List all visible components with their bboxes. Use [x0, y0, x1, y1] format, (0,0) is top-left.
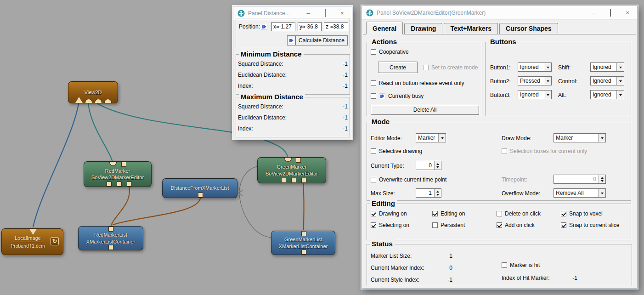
button2-dropdown[interactable]: Pressed: [518, 76, 552, 85]
cooperative-checkbox[interactable]: Cooperative: [371, 49, 409, 55]
node-greenmarker[interactable]: GreenMarkerSoView2DMarkerEditor: [257, 157, 326, 183]
overwrite-timepoint-checkbox[interactable]: Overwrite current time point: [371, 176, 446, 183]
index-of-hit-marker-value: -1: [564, 275, 577, 281]
window-title: Panel SoView2DMarkerEditor(GreenMarker): [377, 10, 583, 16]
current-style-index-value: -1: [436, 277, 452, 283]
current-type-spinbox[interactable]: 0: [416, 161, 441, 170]
base-connector[interactable]: [291, 178, 296, 183]
delete-on-click-checkbox[interactable]: Delete on click: [497, 210, 561, 217]
chevron-down-icon: [544, 77, 551, 85]
node-view2d[interactable]: View2D: [68, 81, 118, 103]
tab-text-markers[interactable]: Text+Markers: [444, 23, 498, 34]
image-output-connector[interactable]: [29, 229, 37, 235]
shift-label: Shift:: [558, 64, 571, 71]
minimize-button[interactable]: –: [587, 6, 600, 19]
base-connector[interactable]: [107, 182, 112, 187]
timepoint-spinbox[interactable]: 0: [554, 175, 606, 184]
delete-all-button[interactable]: Delete All: [371, 105, 479, 115]
calculate-distance-button[interactable]: Calculate Distance: [295, 35, 348, 45]
row-label: Squared Distance:: [238, 61, 283, 67]
node-redmarkerlist[interactable]: RedMarkerListXMarkerListContainer: [78, 226, 143, 250]
maximize-button[interactable]: [604, 6, 617, 19]
chevron-down-icon: [544, 63, 551, 71]
inventor-output-connector[interactable]: [284, 158, 292, 162]
tab-cursor-shapes[interactable]: Cursor Shapes: [499, 23, 558, 34]
drawing-on-checkbox[interactable]: Drawing on: [371, 210, 432, 217]
draw-mode-dropdown[interactable]: Marker: [554, 133, 606, 142]
chevron-down-icon: [616, 77, 624, 85]
distance-panel-window: Panel Distance... – × Position: x≈-1.27 …: [233, 6, 352, 139]
base-connector[interactable]: [198, 193, 203, 198]
inventor-input-connector[interactable]: [104, 99, 112, 103]
base-connector[interactable]: [296, 158, 301, 163]
reload-icon[interactable]: ↻: [51, 237, 59, 245]
current-style-index-label: Current Style Index:: [371, 277, 419, 283]
current-marker-index-label: Current Marker Index:: [371, 265, 424, 271]
node-label: RedMarkerSoView2DMarkerEditor: [91, 168, 144, 181]
status-group: Status Marker List Size: 1 Current Marke…: [367, 244, 632, 286]
control-dropdown[interactable]: Ignored: [590, 76, 624, 85]
base-connector[interactable]: [108, 245, 113, 250]
inventor-input-connector[interactable]: [95, 99, 102, 103]
create-button[interactable]: Create: [378, 62, 418, 73]
add-on-click-checkbox[interactable]: Add on click: [497, 222, 561, 228]
base-connector[interactable]: [108, 227, 113, 232]
mevislab-logo-icon: [237, 10, 245, 17]
node-greenmarkerlist[interactable]: GreenMarkerListXMarkerListContainer: [271, 231, 335, 255]
node-label: View2D: [85, 89, 102, 96]
set-to-create-mode-checkbox[interactable]: Set to create mode: [423, 64, 478, 71]
node-redmarker[interactable]: RedMarkerSoView2DMarkerEditor: [84, 161, 152, 187]
draw-mode-label: Draw Mode:: [502, 135, 531, 142]
overflow-mode-dropdown[interactable]: Remove All: [554, 188, 606, 198]
position-y-field[interactable]: y≈-36.8: [298, 22, 322, 31]
chevron-down-icon: [544, 91, 551, 99]
row-value: -1: [343, 61, 348, 67]
marker-editor-panel-window: Panel SoView2DMarkerEditor(GreenMarker) …: [362, 6, 638, 289]
button3-dropdown[interactable]: Ignored: [518, 90, 552, 99]
editing-on-checkbox[interactable]: Editing on: [432, 210, 497, 217]
index-of-hit-marker-label: Index of Hit Marker:: [502, 275, 550, 281]
button1-dropdown[interactable]: Ignored: [518, 62, 552, 72]
base-connector[interactable]: [281, 178, 286, 183]
close-button[interactable]: ×: [621, 6, 634, 19]
sync-arrow-icon[interactable]: [287, 35, 295, 45]
base-connector[interactable]: [301, 250, 306, 255]
position-label: Position:: [239, 23, 260, 30]
tab-drawing[interactable]: Drawing: [404, 23, 442, 34]
group-title: Actions: [370, 38, 399, 45]
snap-to-current-slice-checkbox[interactable]: Snap to current slice: [561, 222, 628, 228]
base-connector[interactable]: [127, 182, 132, 187]
max-size-spinbox[interactable]: 1: [416, 188, 441, 198]
editor-mode-dropdown[interactable]: Marker: [416, 133, 446, 142]
shift-dropdown[interactable]: Ignored: [590, 62, 624, 72]
node-distancefromxmarkerlist[interactable]: DistanceFromXMarkerList: [162, 178, 237, 198]
position-x-field[interactable]: x≈-1.27: [271, 22, 295, 31]
base-connector[interactable]: [121, 162, 126, 167]
marker-is-hit-checkbox[interactable]: Marker is hit: [502, 262, 540, 268]
image-input-connector[interactable]: [75, 97, 83, 103]
window-titlebar[interactable]: Panel SoView2DMarkerEditor(GreenMarker) …: [362, 6, 637, 20]
row-label: Euclidean Distance:: [238, 114, 287, 121]
selection-boxes-checkbox[interactable]: Selection boxes for current only: [502, 148, 587, 154]
base-connector[interactable]: [117, 182, 122, 187]
group-title: Status: [370, 240, 395, 248]
inventor-input-connector[interactable]: [85, 99, 92, 103]
react-on-release-checkbox[interactable]: React on button release event only: [371, 80, 464, 86]
button2-label: Button2:: [490, 78, 511, 85]
sync-arrow-icon[interactable]: [261, 24, 267, 30]
currently-busy-checkbox[interactable]: Currently busy: [371, 93, 424, 99]
node-localimage[interactable]: LocalImage ProbandT1.dcm ↻: [1, 228, 63, 255]
snap-to-voxel-checkbox[interactable]: Snap to voxel: [561, 210, 628, 217]
selective-drawing-checkbox[interactable]: Selective drawing: [371, 148, 422, 154]
alt-dropdown[interactable]: Ignored: [590, 90, 624, 99]
selecting-on-checkbox[interactable]: Selecting on: [371, 222, 432, 228]
base-connector[interactable]: [301, 178, 306, 183]
persistent-checkbox[interactable]: Persistent: [432, 222, 497, 228]
tab-general[interactable]: General: [366, 22, 403, 34]
inventor-output-connector[interactable]: [109, 162, 117, 166]
wire-view2d-localimage: [33, 104, 79, 227]
base-connector[interactable]: [301, 231, 306, 236]
position-z-field[interactable]: z ≈38.8: [324, 22, 348, 31]
mevislab-logo-icon: [366, 9, 373, 17]
node-label: LocalImage ProbandT1.dcm: [11, 235, 45, 249]
